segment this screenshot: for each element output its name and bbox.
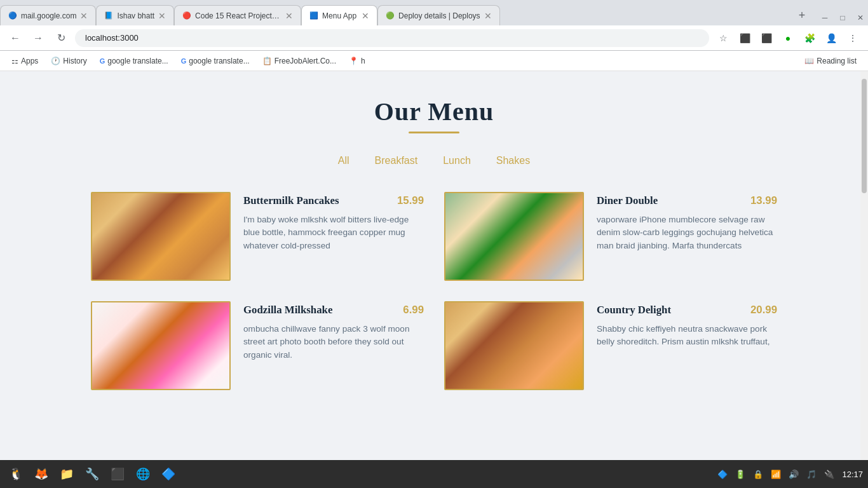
bookmark-google-translate-2[interactable]: G google translate... xyxy=(176,55,255,67)
menu-item-item4: Country Delight 20.99 Shabby chic keffiy… xyxy=(444,301,777,390)
menu-item-header-item1: Buttermilk Pancakes 15.99 xyxy=(243,194,424,207)
reading-list-icon: 📖 xyxy=(804,57,814,65)
taskbar-status-icon-3: 📶 xyxy=(771,470,781,479)
tab-favicon-tab5: 🟢 xyxy=(386,11,395,20)
tab-favicon-tab4: 🟦 xyxy=(309,11,318,20)
filter-tab-breakfast[interactable]: Breakfast xyxy=(375,152,418,169)
page-content: Our Menu All Breakfast Lunch Shakes Butt… xyxy=(0,71,868,452)
tab-close-tab1[interactable]: ✕ xyxy=(80,11,88,21)
menu-item-header-item2: Diner Double 13.99 xyxy=(597,194,777,207)
taskbar-status-icon-0: 🔷 xyxy=(717,470,728,479)
google-g-icon-1: G xyxy=(100,57,105,65)
refresh-button[interactable]: ↻ xyxy=(52,29,70,47)
chrome-icon[interactable]: 🌐 xyxy=(132,463,154,485)
menu-item-price-item3: 6.99 xyxy=(403,304,424,316)
taskbar-status-icon-1: 🔋 xyxy=(735,470,745,479)
menu-item-info-item4: Country Delight 20.99 Shabby chic keffiy… xyxy=(597,301,777,349)
close-window-button[interactable]: ✕ xyxy=(853,10,868,25)
minimize-button[interactable]: ─ xyxy=(817,10,832,25)
tab-favicon-tab3: 🔴 xyxy=(182,11,191,20)
linux-icon[interactable]: 🐧 xyxy=(5,463,27,485)
bookmark-apps-label: Apps xyxy=(21,57,38,65)
bookmark-h-label: h xyxy=(361,57,365,65)
reading-list-button[interactable]: 📖 Reading list xyxy=(799,55,862,67)
taskbar-status-icon-2: 🔒 xyxy=(753,470,763,479)
bookmark-google-translate-1[interactable]: G google translate... xyxy=(95,55,173,67)
menu-item-price-item4: 20.99 xyxy=(750,304,777,316)
tab-close-tab3[interactable]: ✕ xyxy=(285,11,293,21)
taskbar-time: 12:17 xyxy=(842,470,863,479)
bookmark-star-icon[interactable]: ☆ xyxy=(714,29,732,47)
menu-icon[interactable]: ⋮ xyxy=(844,29,862,47)
account-icon[interactable]: 👤 xyxy=(822,29,840,47)
tab-close-tab4[interactable]: ✕ xyxy=(362,11,369,21)
tab-close-tab2[interactable]: ✕ xyxy=(158,11,166,21)
terminal-icon[interactable]: ⬛ xyxy=(107,463,128,485)
tab-title-tab2: Ishav bhatt xyxy=(117,11,154,20)
freejob-icon: 📋 xyxy=(262,57,272,65)
browser-actions: ☆ ⬛ ⬛ ● 🧩 👤 ⋮ xyxy=(714,29,862,47)
bookmark-history-label: History xyxy=(63,57,86,65)
bookmark-freejob[interactable]: 📋 FreeJobAlert.Co... xyxy=(257,55,341,67)
menu-item-info-item1: Buttermilk Pancakes 15.99 I'm baby woke … xyxy=(243,192,424,252)
filter-tab-lunch[interactable]: Lunch xyxy=(443,152,471,169)
extension-icon-4[interactable]: 🧩 xyxy=(801,29,818,47)
menu-item-name-item4: Country Delight xyxy=(597,304,671,316)
taskbar-right: 🔷🔋🔒📶🔊🎵🔌12:17 xyxy=(717,470,863,479)
browser-tab-tab1[interactable]: 🔵 mail.google.com ✕ xyxy=(0,5,96,25)
h-icon: 📍 xyxy=(349,57,358,65)
bookmark-history[interactable]: 🕐 History xyxy=(46,55,92,67)
menu-item-price-item1: 15.99 xyxy=(397,194,424,207)
menu-underline xyxy=(409,132,459,133)
tab-bar: 🔵 mail.google.com ✕ 📘 Ishav bhatt ✕ 🔴 Co… xyxy=(0,0,868,25)
tab-title-tab4: Menu App xyxy=(322,11,358,20)
window-controls: ─ □ ✕ xyxy=(817,10,868,25)
menu-item-info-item2: Diner Double 13.99 vaporware iPhone mumb… xyxy=(597,192,777,252)
browser-tab-tab2[interactable]: 📘 Ishav bhatt ✕ xyxy=(96,5,174,25)
tab-title-tab1: mail.google.com xyxy=(21,11,76,20)
browser-tab-tab5[interactable]: 🟢 Deploy details | Deploys ✕ xyxy=(377,5,500,25)
filter-tab-shakes[interactable]: Shakes xyxy=(496,152,530,169)
tools-icon[interactable]: 🔧 xyxy=(81,463,103,485)
menu-item-price-item2: 13.99 xyxy=(750,194,777,207)
menu-item-img-item4 xyxy=(444,301,584,390)
tab-favicon-tab2: 📘 xyxy=(104,11,113,20)
firefox-icon[interactable]: 🦊 xyxy=(31,463,52,485)
browser-tab-tab4[interactable]: 🟦 Menu App ✕ xyxy=(301,5,377,25)
url-bar[interactable] xyxy=(75,29,709,47)
tab-close-tab5[interactable]: ✕ xyxy=(484,11,492,21)
menu-item-name-item3: Godzilla Milkshake xyxy=(243,304,332,316)
menu-item-info-item3: Godzilla Milkshake 6.99 ombucha chillwav… xyxy=(243,301,424,362)
extension-icon-1[interactable]: ⬛ xyxy=(736,29,754,47)
extension-icon-2[interactable]: ⬛ xyxy=(757,29,775,47)
taskbar-status-icon-6: 🔌 xyxy=(824,470,834,479)
menu-item-item2: Diner Double 13.99 vaporware iPhone mumb… xyxy=(444,192,777,281)
maximize-button[interactable]: □ xyxy=(835,10,850,25)
vscode-icon[interactable]: 🔷 xyxy=(158,463,179,485)
bookmarks-bar: ⚏ Apps 🕐 History G google translate... G… xyxy=(0,51,868,71)
files-icon[interactable]: 📁 xyxy=(56,463,78,485)
bookmark-h[interactable]: 📍 h xyxy=(344,55,370,67)
back-button[interactable]: ← xyxy=(6,29,24,47)
bookmark-apps[interactable]: ⚏ Apps xyxy=(6,55,43,67)
scrollbar-thumb[interactable] xyxy=(862,79,867,193)
reading-list-label: Reading list xyxy=(817,57,857,65)
tab-favicon-tab1: 🔵 xyxy=(8,11,17,20)
menu-item-header-item4: Country Delight 20.99 xyxy=(597,304,777,316)
filter-tab-all[interactable]: All xyxy=(338,152,349,169)
menu-item-desc-item2: vaporware iPhone mumblecore selvage raw … xyxy=(597,214,777,252)
google-g-icon-2: G xyxy=(181,57,187,65)
menu-item-img-item2 xyxy=(444,192,584,281)
browser-tab-tab3[interactable]: 🔴 Code 15 React Projects - Con ✕ xyxy=(174,5,301,25)
address-bar: ← → ↻ ☆ ⬛ ⬛ ● 🧩 👤 ⋮ xyxy=(0,25,868,51)
menu-grid: Buttermilk Pancakes 15.99 I'm baby woke … xyxy=(53,192,815,390)
taskbar: 🐧🦊📁🔧⬛🌐🔷🔷🔋🔒📶🔊🎵🔌12:17 xyxy=(0,460,868,488)
extension-icon-3[interactable]: ● xyxy=(779,29,797,47)
scrollbar[interactable] xyxy=(860,71,868,465)
new-tab-button[interactable]: + xyxy=(792,5,812,25)
menu-item-desc-item3: ombucha chillwave fanny pack 3 wolf moon… xyxy=(243,323,424,362)
forward-button[interactable]: → xyxy=(29,29,47,47)
menu-title: Our Menu xyxy=(0,97,868,126)
bookmark-google-translate-2-label: google translate... xyxy=(189,57,249,65)
taskbar-status-icon-5: 🎵 xyxy=(806,470,817,479)
